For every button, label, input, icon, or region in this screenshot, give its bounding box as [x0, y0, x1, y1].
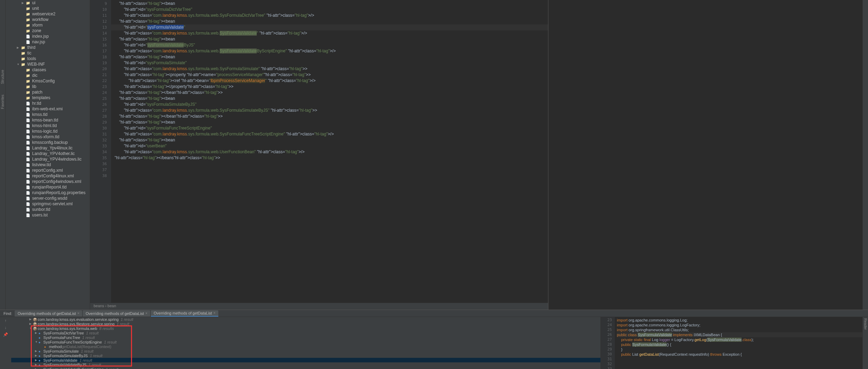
close-icon[interactable]: × [145, 311, 147, 315]
tool-window-bar-right[interactable] [862, 0, 868, 310]
tree-item[interactable]: kmss-logic.tld [6, 128, 90, 134]
find-panel[interactable]: Find: Overriding methods of getDataList×… [0, 310, 868, 369]
arrow-down-icon[interactable]: ↓ [5, 325, 7, 330]
find-result-item[interactable]: ▶SysFormulaValidate1 result [11, 358, 600, 362]
breadcrumb-separator: › [105, 304, 108, 308]
tree-item[interactable]: users.lst [6, 212, 90, 218]
tree-label: hr.tld [32, 101, 41, 106]
tree-label: workflow [32, 17, 49, 22]
tree-label: tools [27, 56, 36, 61]
tree-item[interactable]: sunbor.tld [6, 207, 90, 212]
tree-item[interactable]: kmss-xform.tld [6, 134, 90, 140]
find-result-item[interactable]: ▶SysFormulaSimulateByJS1 result [11, 353, 600, 358]
tree-label: WEB-INF [27, 62, 45, 67]
tree-item[interactable]: server-config.wsdd [6, 195, 90, 201]
result-count: 1 result [117, 322, 129, 326]
tree-item[interactable]: Landray_YPV4windows.lic [6, 156, 90, 162]
tree-item[interactable]: zone [6, 28, 90, 34]
tree-item[interactable]: kmss-bean.tld [6, 117, 90, 123]
tree-item[interactable]: tools [6, 56, 90, 61]
result-label: com.landray.kmss.sys.filestore.service.s… [38, 322, 115, 326]
tree-item[interactable]: springmvc-servlet.xml [6, 201, 90, 207]
tree-item[interactable]: ▶ui [6, 0, 90, 6]
find-result-item[interactable]: SysFormulaFuncTree1 result [11, 335, 600, 340]
tree-item[interactable]: unit [6, 6, 90, 11]
tree-item[interactable]: hr.tld [6, 101, 90, 106]
tree-item[interactable]: Landray_YPV4other.lic [6, 151, 90, 156]
tree-item[interactable]: runqianReportLog.properties [6, 190, 90, 195]
breadcrumb-item[interactable]: bean [108, 304, 116, 308]
tree-item[interactable]: lib [6, 84, 90, 89]
close-icon[interactable]: × [77, 311, 79, 315]
tree-item[interactable]: kmss-html.tld [6, 123, 90, 128]
editor[interactable]: 9101112131415161718192021222324252627282… [90, 0, 548, 310]
folder-icon [26, 84, 31, 89]
tree-item[interactable]: classes [6, 67, 90, 73]
tree-item[interactable]: ▶third [6, 45, 90, 50]
find-result-item[interactable]: method getDataList(RequestContext) [11, 344, 600, 349]
find-result-item[interactable]: ▼SysFormulaFuncTreeScriptEngine1 result [11, 340, 600, 344]
find-result-item[interactable]: ▶SysFormulaDictVarTree1 result [11, 331, 600, 335]
tree-item[interactable]: ▼WEB-INF [6, 61, 90, 67]
tree-label: kmss-bean.tld [32, 118, 58, 123]
find-toolbar[interactable]: ↑ ↓ 📌 [0, 317, 11, 369]
editor-split-right[interactable] [548, 0, 862, 310]
tree-label: kmss-xform.tld [32, 134, 59, 139]
find-preview[interactable]: 2324252627282930313233 import org.apache… [600, 317, 862, 369]
tree-item[interactable]: workflow [6, 17, 90, 22]
editor-code[interactable]: "hl-attr">class="hl-tag"><bean "hl-attr"… [111, 0, 548, 303]
tree-item[interactable]: patch [6, 89, 90, 95]
find-result-item[interactable]: ▼com.landray.kmss.sys.formula.web8 resul… [11, 326, 600, 331]
tree-item[interactable]: dic [6, 73, 90, 78]
result-label: SysFormulaDictVarTree [43, 331, 84, 335]
tree-label: KmssConfig [32, 79, 55, 83]
file-icon [26, 185, 31, 190]
find-result-item[interactable]: ▶SysFormulaValidateByJS1 result [11, 362, 600, 367]
result-count: 1 result [104, 340, 117, 344]
tree-label: listview.tld [32, 162, 51, 167]
favorites-tool[interactable]: Favorites [1, 95, 5, 109]
tree-item[interactable]: kmssconfig.backup [6, 140, 90, 145]
preview-code[interactable]: import org.apache.commons.logging.Log;im… [615, 317, 862, 369]
find-tab[interactable]: Overriding methods of getDataList× [151, 310, 218, 317]
tree-item[interactable]: kmss.tld [6, 112, 90, 117]
arrow-up-icon[interactable]: ↑ [5, 318, 7, 323]
tree-item[interactable]: webservice2 [6, 11, 90, 17]
tree-item[interactable]: ibm-web-ext.xmi [6, 106, 90, 112]
tree-item[interactable]: reportConfig4linux.xml [6, 173, 90, 179]
tree-item[interactable]: templates [6, 95, 90, 101]
tree-item[interactable]: KmssConfig [6, 78, 90, 84]
tree-item[interactable]: index.jsp [6, 34, 90, 39]
tree-item[interactable]: nav.jsp [6, 39, 90, 45]
tree-item[interactable]: listview.tld [6, 162, 90, 168]
breadcrumb-item[interactable]: beans [94, 304, 104, 308]
tree-item[interactable]: tic [6, 50, 90, 56]
file-icon [26, 162, 31, 167]
find-tab[interactable]: Overriding methods of getDataList× [15, 310, 82, 317]
find-result-item[interactable]: ▶SysFormulaValidateByScriptEngine1 resul… [11, 367, 600, 369]
tool-window-bar-left[interactable]: Structure Favorites [0, 0, 6, 310]
pin-icon[interactable]: 📌 [3, 332, 8, 337]
folder-icon [26, 73, 31, 78]
folder-icon [26, 79, 31, 83]
tree-item[interactable]: xform [6, 22, 90, 28]
tree-label: Landray_YPV4windows.lic [32, 157, 81, 162]
find-result-item[interactable]: ▶com.landray.kmss.sys.filestore.service.… [11, 322, 600, 326]
tree-item[interactable]: Landray_Ypv4linux.lic [6, 145, 90, 151]
find-tab[interactable]: Overriding methods of getDataList× [83, 310, 150, 317]
project-tree[interactable]: ▶uiunitwebservice2workflowxformzoneindex… [6, 0, 90, 310]
find-result-item[interactable]: ▶SysFormulaSimulate1 result [11, 349, 600, 353]
structure-tool[interactable]: Structure [1, 70, 5, 84]
find-results[interactable]: ▶com.landray.kmss.sys.evaluation.service… [11, 317, 600, 369]
find-result-item[interactable]: ▶com.landray.kmss.sys.evaluation.service… [11, 317, 600, 322]
file-icon [26, 101, 31, 106]
tree-label: nav.jsp [32, 39, 45, 44]
find-tabs-bar[interactable]: Find: Overriding methods of getDataList×… [0, 310, 868, 317]
tree-item[interactable]: reportConfig.xml [6, 168, 90, 173]
tree-item[interactable]: reportConfig4windows.xml [6, 179, 90, 184]
tree-item[interactable]: runqianReport4.tld [6, 184, 90, 190]
reader-mode-label[interactable]: Reader [863, 318, 867, 330]
result-label: SysFormulaValidate [43, 358, 78, 362]
close-icon[interactable]: × [213, 311, 216, 315]
breadcrumb[interactable]: beans › bean [90, 303, 548, 310]
